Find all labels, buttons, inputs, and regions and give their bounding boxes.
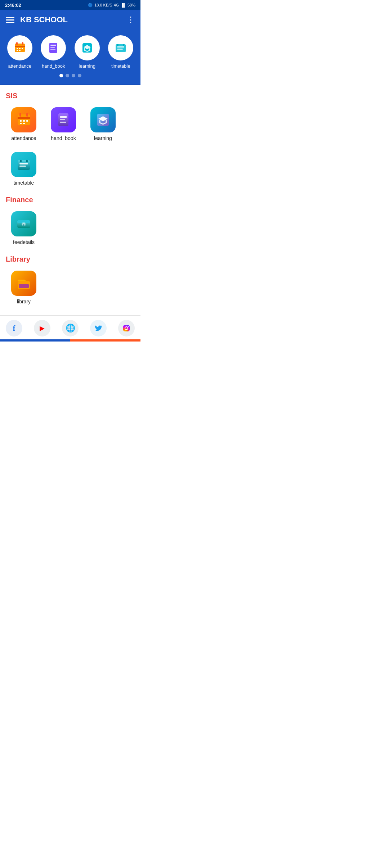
sis-attendance-item[interactable]: attendance [6, 104, 42, 145]
svg-rect-24 [23, 120, 25, 122]
instagram-button[interactable] [118, 320, 135, 336]
sis-learning-item[interactable]: learning [85, 104, 121, 145]
section-title-library: Library [6, 249, 135, 267]
svg-rect-7 [17, 50, 18, 51]
finance-feedetails-label: feedetails [13, 239, 35, 245]
bottom-blue [0, 339, 70, 342]
svg-rect-27 [23, 123, 25, 124]
svg-rect-39 [26, 160, 28, 162]
carousel-dots [3, 74, 138, 77]
footer: f ▶ 🌐 [0, 315, 140, 339]
status-time: 2:46:02 [5, 3, 21, 8]
svg-rect-36 [19, 163, 28, 164]
svg-rect-3 [22, 42, 23, 45]
network-type: 4G [114, 3, 119, 7]
carousel-item-learning[interactable]: learning [75, 35, 100, 69]
svg-rect-32 [60, 122, 66, 123]
sis-learning-icon [90, 107, 116, 132]
carousel-attendance-label: attendance [8, 63, 31, 69]
svg-rect-4 [17, 48, 18, 49]
svg-rect-18 [123, 44, 124, 46]
main-content: SIS attendance [0, 85, 140, 315]
svg-rect-1 [15, 46, 25, 47]
library-label: library [17, 299, 31, 304]
svg-rect-38 [20, 160, 22, 162]
library-grid: library [6, 267, 135, 308]
svg-rect-8 [19, 50, 21, 51]
svg-rect-47 [123, 325, 130, 331]
library-icon [11, 271, 36, 296]
status-icons: 🔵 18.0 KB/S 4G ▐▌ 58% [88, 3, 135, 8]
svg-point-49 [128, 326, 129, 327]
carousel-section: attendance hand_book learni [0, 30, 140, 85]
carousel-item-handbook[interactable]: hand_book [41, 35, 66, 69]
sis-handbook-item[interactable]: hand_book [45, 104, 81, 145]
carousel-item-attendance[interactable]: attendance [7, 35, 32, 69]
dot-2[interactable] [66, 74, 69, 77]
status-bar: 2:46:02 🔵 18.0 KB/S 4G ▐▌ 58% [0, 0, 140, 10]
svg-rect-17 [117, 44, 119, 46]
facebook-button[interactable]: f [6, 320, 22, 336]
carousel-timetable-icon [108, 35, 133, 60]
svg-rect-2 [16, 42, 18, 45]
dot-1[interactable] [59, 74, 63, 77]
finance-feedetails-item[interactable]: $ feedetails [6, 208, 42, 249]
carousel-items: attendance hand_book learni [3, 35, 138, 69]
svg-rect-15 [117, 46, 124, 48]
battery-icon: 58% [128, 3, 135, 7]
svg-rect-26 [20, 123, 22, 124]
svg-text:$: $ [23, 223, 24, 226]
header: KB SCHOOL ⋮ [0, 10, 140, 30]
carousel-handbook-label: hand_book [42, 63, 65, 69]
dot-3[interactable] [72, 74, 75, 77]
svg-rect-10 [50, 45, 56, 46]
globe-button[interactable]: 🌐 [62, 320, 79, 336]
sis-learning-label: learning [94, 135, 112, 141]
svg-rect-21 [19, 113, 21, 117]
library-item[interactable]: library [6, 267, 42, 308]
carousel-learning-icon [75, 35, 100, 60]
sis-handbook-label: hand_book [51, 135, 76, 141]
svg-rect-16 [117, 49, 123, 50]
svg-rect-46 [19, 284, 29, 288]
section-title-finance: Finance [6, 189, 135, 208]
sis-attendance-icon [11, 107, 36, 132]
sis-handbook-icon [51, 107, 76, 132]
svg-rect-35 [18, 160, 30, 170]
carousel-attendance-icon [7, 35, 32, 60]
svg-rect-37 [19, 166, 26, 167]
svg-rect-30 [60, 116, 67, 118]
carousel-item-timetable[interactable]: timetable [108, 35, 133, 69]
sis-grid: attendance hand_bo [6, 104, 135, 189]
svg-rect-12 [50, 49, 55, 50]
svg-rect-23 [20, 120, 22, 122]
carousel-handbook-icon [41, 35, 66, 60]
network-speed: 18.0 KB/S [94, 3, 112, 7]
menu-button[interactable] [6, 17, 14, 23]
youtube-button[interactable]: ▶ [34, 320, 50, 336]
bluetooth-icon: 🔵 [88, 3, 93, 8]
sis-attendance-label: attendance [11, 135, 36, 141]
svg-rect-25 [26, 120, 28, 122]
bottom-orange [70, 339, 140, 342]
finance-grid: $ feedetails [6, 208, 135, 249]
dot-4[interactable] [78, 74, 81, 77]
svg-rect-11 [50, 47, 55, 48]
section-title-sis: SIS [6, 85, 135, 104]
carousel-timetable-label: timetable [111, 63, 130, 69]
svg-rect-20 [18, 117, 30, 119]
finance-feedetails-icon: $ [11, 211, 36, 236]
svg-rect-22 [26, 113, 28, 117]
bottom-strip [0, 339, 140, 342]
app-title: KB SCHOOL [20, 15, 121, 24]
svg-rect-31 [60, 119, 65, 120]
carousel-learning-label: learning [79, 63, 95, 69]
twitter-button[interactable] [90, 320, 107, 336]
signal-icon: ▐▌ [120, 3, 126, 7]
sis-timetable-icon [11, 152, 36, 177]
svg-rect-6 [22, 48, 23, 49]
more-options-button[interactable]: ⋮ [127, 15, 135, 24]
svg-rect-5 [19, 48, 21, 49]
sis-timetable-label: timetable [14, 180, 34, 186]
sis-timetable-item[interactable]: timetable [6, 148, 42, 189]
